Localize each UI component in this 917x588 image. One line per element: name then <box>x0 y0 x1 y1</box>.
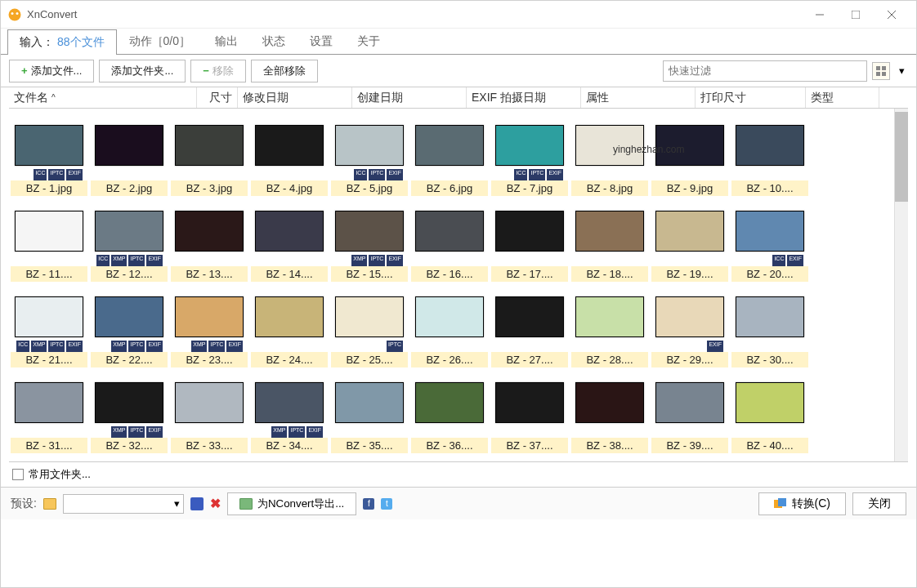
column-header[interactable]: 文件名^ <box>9 87 197 108</box>
thumbnail-item[interactable]: ICCEXIFBZ - 20.... <box>730 199 810 285</box>
filename-label: BZ - 21.... <box>11 352 87 368</box>
remove-button[interactable]: −移除 <box>190 60 246 82</box>
filename-label: BZ - 36.... <box>411 438 488 453</box>
thumbnail-item[interactable]: IPTCBZ - 25.... <box>329 285 409 371</box>
column-header[interactable]: 打印尺寸 <box>696 87 806 108</box>
thumbnail-item[interactable]: BZ - 39.... <box>650 371 730 457</box>
thumbnail-item[interactable]: BZ - 37.... <box>490 371 570 457</box>
thumbnail-item[interactable]: BZ - 26.... <box>409 285 490 371</box>
tab-output[interactable]: 输出 <box>203 29 250 54</box>
thumbnail-item[interactable]: BZ - 10.... <box>730 114 810 199</box>
column-header[interactable]: 创建日期 <box>352 87 467 108</box>
thumbnail-image <box>575 382 644 423</box>
tab-status[interactable]: 状态 <box>250 29 297 54</box>
view-mode-button[interactable] <box>872 62 890 80</box>
thumbnail-item[interactable]: BZ - 14.... <box>249 199 329 285</box>
column-header[interactable]: 属性 <box>581 87 696 108</box>
metadata-badges: ICCXMPIPTCEXIF <box>91 255 168 266</box>
close-button[interactable]: 关闭 <box>852 492 906 515</box>
thumbnail-item[interactable]: XMPIPTCEXIFBZ - 32.... <box>89 371 169 457</box>
thumbnail-item[interactable]: ICCIPTCEXIFBZ - 1.jpg <box>9 114 89 199</box>
open-preset-folder-icon[interactable] <box>43 498 56 510</box>
thumbnail-image <box>575 211 644 252</box>
thumbnail-image <box>736 125 804 166</box>
filename-label: BZ - 1.jpg <box>11 180 87 196</box>
thumbnail-item[interactable]: XMPIPTCEXIFBZ - 23.... <box>169 285 249 371</box>
metadata-badges: XMPIPTCEXIF <box>171 341 248 352</box>
thumbnail-image <box>655 382 724 423</box>
filename-label: BZ - 39.... <box>651 438 728 453</box>
thumbnail-item[interactable]: BZ - 28.... <box>570 285 650 371</box>
tab-about[interactable]: 关于 <box>345 29 392 54</box>
thumbnail-item[interactable]: BZ - 3.jpg <box>169 114 249 199</box>
export-nconvert-button[interactable]: 为NConvert导出... <box>227 492 356 515</box>
thumbnail-item[interactable]: BZ - 4.jpg <box>249 114 329 199</box>
view-dropdown-icon[interactable]: ▾ <box>895 62 908 80</box>
thumbnail-image <box>415 125 484 166</box>
preset-label: 预设: <box>11 497 37 511</box>
twitter-icon[interactable]: t <box>381 498 392 510</box>
column-header[interactable]: 类型 <box>806 87 879 108</box>
filename-label: BZ - 17.... <box>491 266 568 282</box>
add-folder-button[interactable]: 添加文件夹... <box>99 60 186 82</box>
thumbnail-item[interactable]: XMPIPTCEXIFBZ - 22.... <box>89 285 169 371</box>
tab-settings[interactable]: 设置 <box>297 29 345 54</box>
thumbnail-item[interactable]: BZ - 38.... <box>570 371 650 457</box>
thumbnail-item[interactable]: BZ - 11.... <box>9 199 89 285</box>
remove-all-button[interactable]: 全部移除 <box>251 60 318 82</box>
metadata-badges: ICCIPTCEXIF <box>331 169 408 180</box>
thumbnail-item[interactable]: BZ - 13.... <box>169 199 249 285</box>
thumbnail-item[interactable]: BZ - 19.... <box>650 199 730 285</box>
thumbnail-item[interactable]: BZ - 30.... <box>730 285 810 371</box>
thumbnail-item[interactable]: EXIFBZ - 29.... <box>650 285 730 371</box>
thumbnail-item[interactable]: BZ - 27.... <box>490 285 570 371</box>
svg-rect-12 <box>778 498 786 506</box>
filename-label: BZ - 8.jpg <box>571 180 648 196</box>
thumbnail-item[interactable]: BZ - 18.... <box>570 199 650 285</box>
thumbnail-image <box>255 382 324 423</box>
thumbnail-item[interactable]: XMPIPTCEXIFBZ - 15.... <box>329 199 409 285</box>
close-window-button[interactable] <box>874 2 910 27</box>
column-header[interactable]: EXIF 拍摄日期 <box>467 87 581 108</box>
thumbnail-item[interactable]: BZ - 17.... <box>490 199 570 285</box>
tab-input[interactable]: 输入：88个文件 <box>7 29 117 55</box>
convert-button[interactable]: 转换(C) <box>758 492 846 515</box>
column-header[interactable]: 修改日期 <box>238 87 352 108</box>
thumbnail-item[interactable]: BZ - 33.... <box>169 371 249 457</box>
thumbnail-item[interactable]: BZ - 35.... <box>329 371 409 457</box>
thumbnail-item[interactable]: BZ - 9.jpg <box>650 114 730 199</box>
save-preset-icon[interactable] <box>190 497 204 510</box>
metadata-badges: XMPIPTCEXIF <box>91 341 168 352</box>
thumbnail-item[interactable]: BZ - 36.... <box>409 371 490 457</box>
vertical-scrollbar[interactable] <box>894 109 908 461</box>
thumbnail-image <box>495 296 564 337</box>
thumbnail-image <box>655 296 724 337</box>
svg-rect-7 <box>876 66 880 70</box>
thumbnail-item[interactable]: BZ - 8.jpg <box>570 114 650 199</box>
thumbnail-item[interactable]: ICCIPTCEXIFBZ - 5.jpg <box>329 114 409 199</box>
thumbnail-item[interactable]: XMPIPTCEXIFBZ - 34.... <box>249 371 329 457</box>
thumbnail-item[interactable]: BZ - 40.... <box>730 371 810 457</box>
filename-label: BZ - 11.... <box>11 266 87 282</box>
preset-combo[interactable]: ▾ <box>63 494 184 514</box>
common-folders-checkbox[interactable] <box>12 469 24 480</box>
thumbnail-item[interactable]: ICCXMPIPTCEXIFBZ - 21.... <box>9 285 89 371</box>
facebook-icon[interactable]: f <box>363 498 374 510</box>
thumbnail-item[interactable]: BZ - 6.jpg <box>409 114 490 199</box>
thumbnail-item[interactable]: BZ - 16.... <box>409 199 490 285</box>
scrollbar-thumb[interactable] <box>895 112 908 202</box>
filename-label: BZ - 20.... <box>731 266 808 282</box>
thumbnail-item[interactable]: ICCIPTCEXIFBZ - 7.jpg <box>490 114 570 199</box>
maximize-button[interactable] <box>838 2 874 27</box>
delete-preset-icon[interactable]: ✖ <box>210 496 221 511</box>
thumbnail-item[interactable]: BZ - 31.... <box>9 371 89 457</box>
thumbnail-item[interactable]: ICCXMPIPTCEXIFBZ - 12.... <box>89 199 169 285</box>
thumbnail-item[interactable]: BZ - 2.jpg <box>89 114 169 199</box>
minimize-button[interactable] <box>802 2 838 27</box>
quick-filter-input[interactable] <box>663 60 867 82</box>
add-file-button[interactable]: +添加文件... <box>9 60 94 82</box>
tab-actions[interactable]: 动作［0/0］ <box>117 29 203 54</box>
thumbnail-item[interactable]: BZ - 24.... <box>249 285 329 371</box>
column-header[interactable]: 尺寸 <box>197 87 238 108</box>
filename-label: BZ - 10.... <box>731 180 808 196</box>
